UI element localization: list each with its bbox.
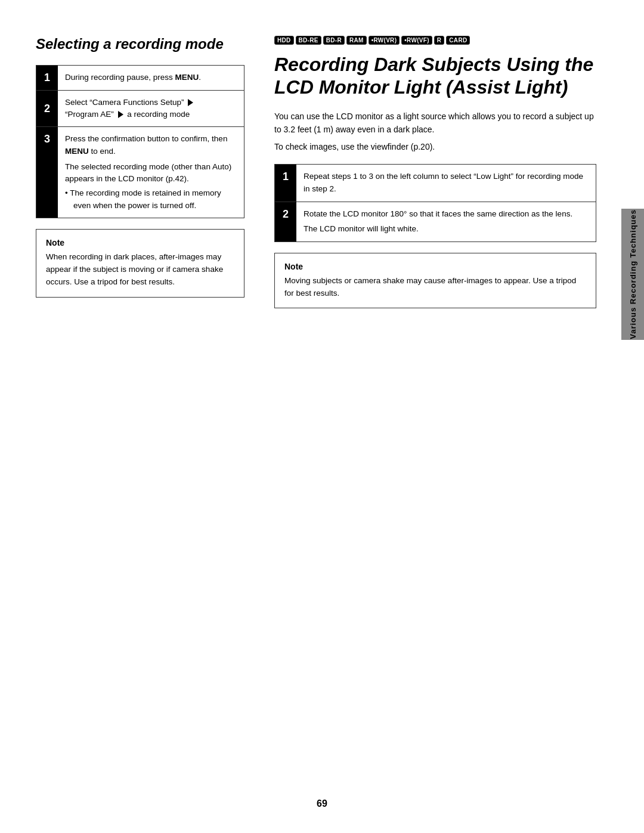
note-box-left: Note When recording in dark places, afte…: [36, 229, 244, 298]
step3-bold: MENU: [65, 147, 89, 156]
badge-bdr: BD-R: [323, 36, 345, 45]
step-row-1: 1 During recording pause, press MENU.: [36, 66, 244, 91]
left-title: Selecting a recording mode: [36, 36, 244, 53]
step-content-2: Select “Camera Functions Setup” “Program…: [58, 91, 244, 127]
right-steps-table: 1 Repeat steps 1 to 3 on the left column…: [274, 164, 596, 242]
badge-rwvr: •RW(VR): [369, 36, 400, 45]
note-text-right: Moving subjects or camera shake may caus…: [284, 275, 586, 300]
right-title: Recording Dark Subjects Using the LCD Mo…: [274, 53, 596, 99]
right-step-number-2: 2: [275, 202, 296, 241]
badge-ram: RAM: [346, 36, 367, 45]
right-step-content-2: Rotate the LCD monitor 180° so that it f…: [296, 202, 596, 241]
step-content-1: During recording pause, press MENU.: [58, 66, 244, 90]
arrow-icon-1: [188, 99, 193, 106]
step-row-3: 3 Press the confirmation button to confi…: [36, 127, 244, 218]
vertical-tab: Various Recording Techniques: [621, 209, 644, 340]
step3-para1: Press the confirmation button to confirm…: [65, 133, 237, 157]
right-step-content-1: Repeat steps 1 to 3 on the left column t…: [296, 165, 596, 202]
right-column: HDD BD-RE BD-R RAM •RW(VR) •RW(VF) R CAR…: [262, 36, 608, 797]
step-number-3: 3: [36, 127, 58, 218]
vertical-tab-label: Various Recording Techniques: [628, 209, 637, 339]
note-text-left: When recording in dark places, after-ima…: [46, 251, 234, 289]
page-container: Selecting a recording mode 1 During reco…: [0, 0, 644, 833]
step-content-3: Press the confirmation button to confirm…: [58, 127, 244, 218]
step1-bold: MENU: [175, 73, 199, 82]
note-title-left: Note: [46, 238, 234, 247]
badge-rwvf: •RW(VF): [401, 36, 432, 45]
right-body-para1: You can use the LCD monitor as a light s…: [274, 110, 596, 137]
badge-bdre: BD-RE: [296, 36, 321, 45]
right-step-row-2: 2 Rotate the LCD monitor 180° so that it…: [275, 202, 596, 241]
left-column: Selecting a recording mode 1 During reco…: [36, 36, 262, 797]
step-number-2: 2: [36, 91, 58, 127]
right-step2-para2: The LCD monitor will light white.: [304, 223, 589, 236]
note-title-right: Note: [284, 262, 586, 271]
right-step-number-1: 1: [275, 165, 296, 202]
right-step2-para1: Rotate the LCD monitor 180° so that it f…: [304, 208, 589, 221]
badge-card: CARD: [446, 36, 470, 45]
right-body-text: You can use the LCD monitor as a light s…: [274, 110, 596, 153]
step3-bullet: • The recording mode is retained in memo…: [65, 187, 237, 212]
right-step-row-1: 1 Repeat steps 1 to 3 on the left column…: [275, 165, 596, 202]
right-body-para2: To check images, use the viewfinder (p.2…: [274, 140, 596, 153]
badges-row: HDD BD-RE BD-R RAM •RW(VR) •RW(VF) R CAR…: [274, 36, 596, 45]
page-number: 69: [317, 798, 327, 809]
steps-table-left: 1 During recording pause, press MENU. 2 …: [36, 65, 244, 218]
arrow-icon-2: [118, 111, 123, 118]
badge-r: R: [434, 36, 445, 45]
step-number-1: 1: [36, 66, 58, 90]
step-row-2: 2 Select “Camera Functions Setup” “Progr…: [36, 91, 244, 128]
badge-hdd: HDD: [274, 36, 294, 45]
note-box-right: Note Moving subjects or camera shake may…: [274, 253, 596, 309]
step3-para2: The selected recording mode (other than …: [65, 161, 237, 185]
